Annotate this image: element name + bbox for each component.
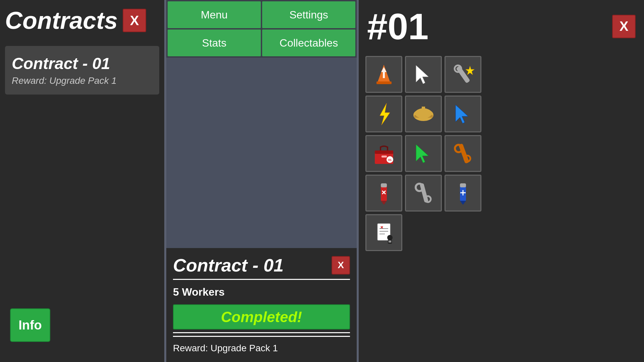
- svg-point-41: [387, 235, 393, 240]
- svg-marker-7: [380, 103, 390, 125]
- contracts-header: Contracts X: [0, 0, 164, 41]
- blue-pen-icon-cell[interactable]: [445, 175, 481, 212]
- red-pen-icon: [371, 181, 397, 206]
- wrench-star-icon-cell[interactable]: [445, 56, 481, 93]
- green-cursor-icon-cell[interactable]: [405, 135, 442, 172]
- right-panel: #01 X: [359, 0, 644, 362]
- svg-point-11: [415, 108, 432, 118]
- lightning-icon: [371, 102, 397, 127]
- right-title: #01: [367, 5, 429, 48]
- popup-close-button[interactable]: X: [332, 256, 350, 275]
- stats-button[interactable]: Stats: [168, 29, 261, 56]
- silver-wrench-icon: [411, 181, 436, 206]
- contract-card-title: Contract - 01: [12, 54, 153, 73]
- right-close-button[interactable]: X: [612, 15, 636, 38]
- contract-popup: Contract - 01 X 5 Workers Completed! Rew…: [166, 248, 357, 362]
- center-panel: Menu Settings Stats Collectables Contrac…: [164, 0, 359, 362]
- lightning-icon-cell[interactable]: [365, 96, 402, 132]
- nav-buttons: Menu Settings Stats Collectables: [166, 0, 357, 58]
- left-panel: Contracts X Contract - 01 Reward: Upgrad…: [0, 0, 164, 362]
- toolbox-icon: 01: [371, 141, 397, 166]
- center-content: Contract - 01 X 5 Workers Completed! Rew…: [166, 58, 357, 362]
- collectables-button[interactable]: Collectables: [262, 29, 355, 56]
- blue-cursor-icon-cell[interactable]: [445, 96, 481, 132]
- svg-rect-4: [456, 65, 470, 83]
- cone-upload-icon: [371, 62, 397, 87]
- popup-reward: Reward: Upgrade Pack 1: [173, 340, 350, 357]
- info-button[interactable]: Info: [10, 308, 50, 342]
- contracts-close-button[interactable]: X: [123, 9, 146, 32]
- completed-button[interactable]: Completed!: [173, 304, 350, 329]
- white-cursor-icon-cell[interactable]: [405, 56, 442, 93]
- blue-pen-icon: [451, 181, 476, 206]
- settings-button[interactable]: Settings: [262, 1, 355, 28]
- svg-marker-6: [466, 66, 474, 75]
- svg-marker-12: [456, 105, 468, 123]
- toolbox-icon-cell[interactable]: 01: [365, 135, 402, 172]
- cone-upload-icon-cell[interactable]: [365, 56, 402, 93]
- blue-cursor-icon: [451, 102, 476, 127]
- green-cursor-icon: [411, 141, 436, 166]
- svg-rect-32: [460, 183, 466, 187]
- popup-title: Contract - 01: [173, 255, 284, 276]
- svg-rect-1: [376, 81, 392, 84]
- menu-button[interactable]: Menu: [168, 1, 261, 28]
- red-pen-icon-cell[interactable]: [365, 175, 402, 212]
- icons-grid: 01: [365, 56, 637, 251]
- svg-rect-42: [388, 240, 392, 244]
- svg-rect-14: [375, 150, 393, 154]
- contracts-title: Contracts: [5, 7, 118, 34]
- orange-wrench-icon: [451, 141, 476, 166]
- silver-wrench-icon-cell[interactable]: [405, 175, 442, 212]
- svg-marker-18: [416, 144, 428, 163]
- popup-divider-mid: [173, 332, 350, 333]
- svg-marker-31: [460, 201, 466, 205]
- popup-divider-top: [173, 279, 350, 280]
- white-cursor-icon: [411, 62, 436, 87]
- hard-hat-icon-cell[interactable]: [405, 96, 442, 132]
- svg-rect-24: [381, 183, 387, 187]
- svg-marker-3: [416, 65, 428, 84]
- svg-text:01: 01: [388, 158, 391, 162]
- popup-header: Contract - 01 X: [173, 255, 350, 276]
- hard-hat-icon: [411, 102, 436, 127]
- popup-divider-bot: [173, 336, 350, 337]
- wrench-star-icon: [451, 62, 476, 87]
- svg-marker-23: [381, 201, 387, 205]
- svg-rect-15: [382, 156, 387, 158]
- contract-card[interactable]: Contract - 01 Reward: Upgrade Pack 1: [5, 46, 159, 95]
- popup-workers: 5 Workers: [173, 283, 350, 302]
- contract-paper-icon-cell[interactable]: [365, 214, 402, 251]
- svg-rect-19: [458, 143, 469, 164]
- right-header: #01 X: [365, 0, 637, 53]
- orange-wrench-icon-cell[interactable]: [445, 135, 481, 172]
- contract-paper-icon: [371, 220, 397, 245]
- contract-card-reward: Reward: Upgrade Pack 1: [12, 75, 153, 86]
